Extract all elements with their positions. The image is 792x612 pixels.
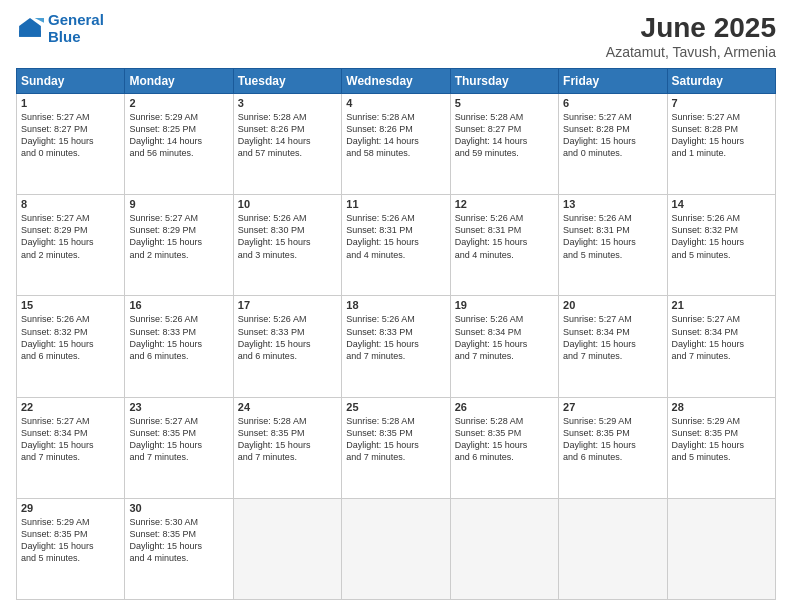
calendar-cell: 19 Sunrise: 5:26 AMSunset: 8:34 PMDaylig… bbox=[450, 296, 558, 397]
day-number: 4 bbox=[346, 97, 445, 109]
title-block: June 2025 Azatamut, Tavush, Armenia bbox=[606, 12, 776, 60]
cell-info: Sunrise: 5:26 AMSunset: 8:33 PMDaylight:… bbox=[129, 314, 202, 360]
calendar-cell: 26 Sunrise: 5:28 AMSunset: 8:35 PMDaylig… bbox=[450, 397, 558, 498]
header-monday: Monday bbox=[125, 69, 233, 94]
calendar-cell: 16 Sunrise: 5:26 AMSunset: 8:33 PMDaylig… bbox=[125, 296, 233, 397]
day-number: 12 bbox=[455, 198, 554, 210]
cell-info: Sunrise: 5:26 AMSunset: 8:33 PMDaylight:… bbox=[346, 314, 419, 360]
day-number: 21 bbox=[672, 299, 771, 311]
weekday-header-row: Sunday Monday Tuesday Wednesday Thursday… bbox=[17, 69, 776, 94]
calendar-cell: 28 Sunrise: 5:29 AMSunset: 8:35 PMDaylig… bbox=[667, 397, 775, 498]
calendar-cell: 3 Sunrise: 5:28 AMSunset: 8:26 PMDayligh… bbox=[233, 94, 341, 195]
day-number: 27 bbox=[563, 401, 662, 413]
day-number: 6 bbox=[563, 97, 662, 109]
day-number: 8 bbox=[21, 198, 120, 210]
calendar-cell: 5 Sunrise: 5:28 AMSunset: 8:27 PMDayligh… bbox=[450, 94, 558, 195]
cell-info: Sunrise: 5:29 AMSunset: 8:35 PMDaylight:… bbox=[21, 517, 94, 563]
calendar-cell: 14 Sunrise: 5:26 AMSunset: 8:32 PMDaylig… bbox=[667, 195, 775, 296]
day-number: 14 bbox=[672, 198, 771, 210]
calendar-cell: 22 Sunrise: 5:27 AMSunset: 8:34 PMDaylig… bbox=[17, 397, 125, 498]
calendar-week-row: 15 Sunrise: 5:26 AMSunset: 8:32 PMDaylig… bbox=[17, 296, 776, 397]
cell-info: Sunrise: 5:26 AMSunset: 8:30 PMDaylight:… bbox=[238, 213, 311, 259]
calendar-cell: 12 Sunrise: 5:26 AMSunset: 8:31 PMDaylig… bbox=[450, 195, 558, 296]
cell-info: Sunrise: 5:26 AMSunset: 8:32 PMDaylight:… bbox=[21, 314, 94, 360]
logo: General Blue bbox=[16, 12, 104, 45]
cell-info: Sunrise: 5:27 AMSunset: 8:29 PMDaylight:… bbox=[21, 213, 94, 259]
calendar-cell: 24 Sunrise: 5:28 AMSunset: 8:35 PMDaylig… bbox=[233, 397, 341, 498]
day-number: 25 bbox=[346, 401, 445, 413]
cell-info: Sunrise: 5:26 AMSunset: 8:33 PMDaylight:… bbox=[238, 314, 311, 360]
header-saturday: Saturday bbox=[667, 69, 775, 94]
day-number: 24 bbox=[238, 401, 337, 413]
cell-info: Sunrise: 5:28 AMSunset: 8:26 PMDaylight:… bbox=[238, 112, 311, 158]
calendar-cell bbox=[559, 498, 667, 599]
day-number: 18 bbox=[346, 299, 445, 311]
calendar-cell: 25 Sunrise: 5:28 AMSunset: 8:35 PMDaylig… bbox=[342, 397, 450, 498]
header: General Blue June 2025 Azatamut, Tavush,… bbox=[16, 12, 776, 60]
cell-info: Sunrise: 5:29 AMSunset: 8:35 PMDaylight:… bbox=[563, 416, 636, 462]
calendar-week-row: 29 Sunrise: 5:29 AMSunset: 8:35 PMDaylig… bbox=[17, 498, 776, 599]
logo-icon bbox=[16, 15, 44, 43]
cell-info: Sunrise: 5:27 AMSunset: 8:28 PMDaylight:… bbox=[672, 112, 745, 158]
calendar-cell: 9 Sunrise: 5:27 AMSunset: 8:29 PMDayligh… bbox=[125, 195, 233, 296]
cell-info: Sunrise: 5:27 AMSunset: 8:27 PMDaylight:… bbox=[21, 112, 94, 158]
header-tuesday: Tuesday bbox=[233, 69, 341, 94]
calendar-cell: 8 Sunrise: 5:27 AMSunset: 8:29 PMDayligh… bbox=[17, 195, 125, 296]
header-friday: Friday bbox=[559, 69, 667, 94]
calendar-cell bbox=[667, 498, 775, 599]
header-sunday: Sunday bbox=[17, 69, 125, 94]
calendar-cell: 11 Sunrise: 5:26 AMSunset: 8:31 PMDaylig… bbox=[342, 195, 450, 296]
svg-marker-1 bbox=[35, 18, 44, 23]
calendar-week-row: 8 Sunrise: 5:27 AMSunset: 8:29 PMDayligh… bbox=[17, 195, 776, 296]
calendar-cell bbox=[342, 498, 450, 599]
day-number: 11 bbox=[346, 198, 445, 210]
calendar-week-row: 1 Sunrise: 5:27 AMSunset: 8:27 PMDayligh… bbox=[17, 94, 776, 195]
calendar-cell: 20 Sunrise: 5:27 AMSunset: 8:34 PMDaylig… bbox=[559, 296, 667, 397]
calendar-cell: 23 Sunrise: 5:27 AMSunset: 8:35 PMDaylig… bbox=[125, 397, 233, 498]
calendar-cell: 1 Sunrise: 5:27 AMSunset: 8:27 PMDayligh… bbox=[17, 94, 125, 195]
cell-info: Sunrise: 5:26 AMSunset: 8:31 PMDaylight:… bbox=[455, 213, 528, 259]
day-number: 2 bbox=[129, 97, 228, 109]
cell-info: Sunrise: 5:28 AMSunset: 8:35 PMDaylight:… bbox=[238, 416, 311, 462]
calendar-cell: 18 Sunrise: 5:26 AMSunset: 8:33 PMDaylig… bbox=[342, 296, 450, 397]
logo-line2: Blue bbox=[48, 28, 81, 45]
cell-info: Sunrise: 5:26 AMSunset: 8:31 PMDaylight:… bbox=[346, 213, 419, 259]
calendar-cell: 4 Sunrise: 5:28 AMSunset: 8:26 PMDayligh… bbox=[342, 94, 450, 195]
calendar-cell: 30 Sunrise: 5:30 AMSunset: 8:35 PMDaylig… bbox=[125, 498, 233, 599]
day-number: 5 bbox=[455, 97, 554, 109]
cell-info: Sunrise: 5:30 AMSunset: 8:35 PMDaylight:… bbox=[129, 517, 202, 563]
calendar-table: Sunday Monday Tuesday Wednesday Thursday… bbox=[16, 68, 776, 600]
month-title: June 2025 bbox=[606, 12, 776, 44]
cell-info: Sunrise: 5:28 AMSunset: 8:26 PMDaylight:… bbox=[346, 112, 419, 158]
cell-info: Sunrise: 5:28 AMSunset: 8:35 PMDaylight:… bbox=[346, 416, 419, 462]
calendar-cell: 13 Sunrise: 5:26 AMSunset: 8:31 PMDaylig… bbox=[559, 195, 667, 296]
calendar-cell: 7 Sunrise: 5:27 AMSunset: 8:28 PMDayligh… bbox=[667, 94, 775, 195]
cell-info: Sunrise: 5:27 AMSunset: 8:29 PMDaylight:… bbox=[129, 213, 202, 259]
svg-rect-2 bbox=[19, 30, 41, 36]
calendar-cell: 17 Sunrise: 5:26 AMSunset: 8:33 PMDaylig… bbox=[233, 296, 341, 397]
cell-info: Sunrise: 5:26 AMSunset: 8:32 PMDaylight:… bbox=[672, 213, 745, 259]
day-number: 7 bbox=[672, 97, 771, 109]
header-thursday: Thursday bbox=[450, 69, 558, 94]
day-number: 28 bbox=[672, 401, 771, 413]
location: Azatamut, Tavush, Armenia bbox=[606, 44, 776, 60]
day-number: 22 bbox=[21, 401, 120, 413]
cell-info: Sunrise: 5:27 AMSunset: 8:34 PMDaylight:… bbox=[563, 314, 636, 360]
day-number: 23 bbox=[129, 401, 228, 413]
cell-info: Sunrise: 5:29 AMSunset: 8:25 PMDaylight:… bbox=[129, 112, 202, 158]
day-number: 20 bbox=[563, 299, 662, 311]
calendar-cell: 15 Sunrise: 5:26 AMSunset: 8:32 PMDaylig… bbox=[17, 296, 125, 397]
calendar-cell: 29 Sunrise: 5:29 AMSunset: 8:35 PMDaylig… bbox=[17, 498, 125, 599]
day-number: 15 bbox=[21, 299, 120, 311]
cell-info: Sunrise: 5:26 AMSunset: 8:31 PMDaylight:… bbox=[563, 213, 636, 259]
calendar-week-row: 22 Sunrise: 5:27 AMSunset: 8:34 PMDaylig… bbox=[17, 397, 776, 498]
day-number: 17 bbox=[238, 299, 337, 311]
day-number: 26 bbox=[455, 401, 554, 413]
cell-info: Sunrise: 5:26 AMSunset: 8:34 PMDaylight:… bbox=[455, 314, 528, 360]
calendar-cell: 27 Sunrise: 5:29 AMSunset: 8:35 PMDaylig… bbox=[559, 397, 667, 498]
cell-info: Sunrise: 5:29 AMSunset: 8:35 PMDaylight:… bbox=[672, 416, 745, 462]
calendar-cell: 10 Sunrise: 5:26 AMSunset: 8:30 PMDaylig… bbox=[233, 195, 341, 296]
day-number: 1 bbox=[21, 97, 120, 109]
day-number: 29 bbox=[21, 502, 120, 514]
day-number: 30 bbox=[129, 502, 228, 514]
